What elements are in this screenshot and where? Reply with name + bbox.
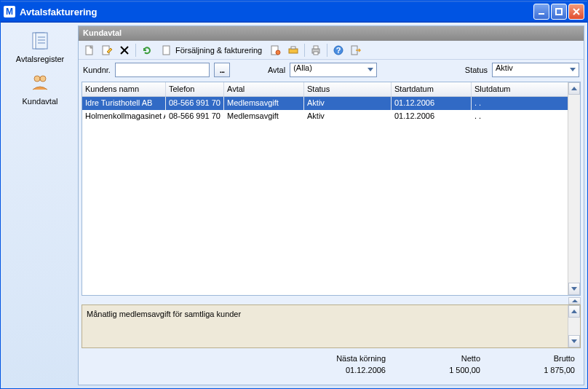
scroll-up-button[interactable] [568, 82, 580, 95]
footer: Nästa körning 01.12.2006 Netto 1 500,00 … [82, 351, 581, 383]
description-panel: Månatlig medlemsavgift för samtliga kund… [82, 304, 581, 348]
cell: Aktiv [304, 97, 392, 110]
cell: Medlemsavgift [224, 97, 304, 110]
footer-col-netto: Netto 1 500,00 [392, 351, 486, 383]
status-label: Status [465, 66, 488, 74]
body: Avtalsregister Kundavtal Kundavtal Försä… [1, 23, 587, 388]
window-buttons [533, 4, 584, 20]
col-header[interactable]: Status [304, 82, 392, 96]
cell: 08-566 991 70 [166, 97, 224, 110]
register-icon [28, 30, 52, 53]
svg-point-9 [34, 76, 40, 82]
filter-bar: Kundnr. ... Avtal (Alla) Status Aktiv [79, 60, 584, 80]
svg-rect-22 [314, 52, 318, 55]
svg-rect-19 [291, 47, 295, 49]
description-text: Månatlig medlemsavgift för samtliga kund… [87, 310, 241, 318]
footer-value: 1 500,00 [449, 366, 480, 374]
col-header[interactable]: Startdatum [392, 82, 472, 96]
cell: . . [472, 110, 580, 123]
data-grid[interactable]: Kundens namn Telefon Avtal Status Startd… [82, 82, 581, 296]
col-header[interactable]: Telefon [166, 82, 224, 96]
separator [304, 44, 305, 57]
footer-value: 01.12.2006 [346, 366, 386, 374]
app-icon: M [4, 6, 15, 17]
svg-point-17 [276, 50, 280, 55]
grid-scrollbar[interactable] [568, 82, 580, 295]
collapse-button[interactable] [568, 297, 581, 304]
cell: 01.12.2006 [392, 97, 472, 110]
table-row[interactable]: Idre Turisthotell AB 08-566 991 70 Medle… [82, 97, 580, 110]
cell: 01.12.2006 [392, 110, 472, 123]
kundnr-label: Kundnr. [83, 66, 111, 74]
footer-label: Netto [461, 354, 480, 363]
sidebar-item-label: Avtalsregister [16, 55, 64, 63]
document-icon [161, 44, 172, 56]
refresh-button[interactable] [139, 42, 155, 58]
table-row[interactable]: Holmenkollmagasinet AS 08-566 991 70 Med… [82, 110, 580, 123]
sales-invoicing-label: Försäljning & fakturering [175, 46, 262, 55]
footer-col-brutto: Brutto 1 875,00 [486, 351, 581, 383]
edit-button[interactable] [99, 42, 115, 58]
main-panel: Kundavtal Försäljning & fakturering ? [78, 25, 584, 385]
scroll-up-button[interactable] [568, 305, 580, 318]
sidebar-item-label: Kundavtal [23, 97, 58, 106]
action2-button[interactable] [285, 42, 301, 58]
desc-scrollbar[interactable] [568, 305, 580, 347]
cell: Medlemsavgift [224, 110, 304, 123]
scroll-down-button[interactable] [568, 283, 580, 295]
svg-rect-21 [314, 46, 318, 49]
close-button[interactable] [568, 4, 584, 20]
col-header[interactable]: Avtal [224, 82, 304, 96]
sidebar: Avtalsregister Kundavtal [4, 25, 76, 385]
separator [135, 44, 136, 57]
svg-rect-15 [163, 46, 170, 55]
footer-value: 1 875,00 [544, 366, 575, 374]
maximize-button[interactable] [551, 4, 567, 20]
cell: Idre Turisthotell AB [82, 97, 166, 110]
footer-label: Brutto [554, 354, 575, 363]
grid-header: Kundens namn Telefon Avtal Status Startd… [82, 82, 580, 97]
cell: 08-566 991 70 [166, 110, 224, 123]
footer-label: Nästa körning [336, 354, 386, 363]
svg-point-10 [40, 76, 46, 82]
sidebar-item-avtalsregister[interactable]: Avtalsregister [15, 28, 65, 65]
footer-col-next-run: Nästa körning 01.12.2006 [275, 351, 392, 383]
action1-button[interactable] [268, 42, 284, 58]
svg-text:?: ? [336, 46, 341, 55]
cell: Holmenkollmagasinet AS [82, 110, 166, 123]
separator [327, 44, 327, 57]
avtal-label: Avtal [268, 66, 285, 74]
exit-button[interactable] [348, 42, 364, 58]
col-header[interactable]: Slutdatum [472, 82, 580, 96]
print-button[interactable] [308, 42, 324, 58]
customer-agreement-icon [28, 72, 52, 95]
help-button[interactable]: ? [330, 42, 346, 58]
window-title: Avtalsfakturering [20, 7, 533, 17]
grid-body: Idre Turisthotell AB 08-566 991 70 Medle… [82, 97, 580, 295]
toolbar: Försäljning & fakturering ? [79, 41, 584, 60]
avtal-select[interactable]: (Alla) [290, 63, 377, 77]
app-window: M Avtalsfakturering Avtalsregister Kunda… [0, 0, 588, 389]
cell: Aktiv [304, 110, 392, 123]
kundnr-input[interactable] [115, 63, 210, 77]
sidebar-item-kundavtal[interactable]: Kundavtal [21, 71, 60, 107]
svg-rect-5 [36, 33, 47, 49]
panel-title: Kundavtal [79, 26, 584, 41]
new-button[interactable] [82, 42, 98, 58]
sales-invoicing-button[interactable]: Försäljning & fakturering [156, 42, 266, 58]
splitter [82, 297, 581, 304]
delete-button[interactable] [116, 42, 132, 58]
svg-rect-1 [556, 9, 562, 15]
col-header[interactable]: Kundens namn [82, 82, 166, 96]
kundnr-browse-button[interactable]: ... [214, 63, 230, 77]
titlebar[interactable]: M Avtalsfakturering [1, 1, 587, 23]
minimize-button[interactable] [533, 4, 549, 20]
scroll-down-button[interactable] [568, 335, 580, 347]
svg-rect-18 [289, 49, 298, 53]
cell: . . [472, 97, 580, 110]
status-select[interactable]: Aktiv [492, 63, 579, 77]
